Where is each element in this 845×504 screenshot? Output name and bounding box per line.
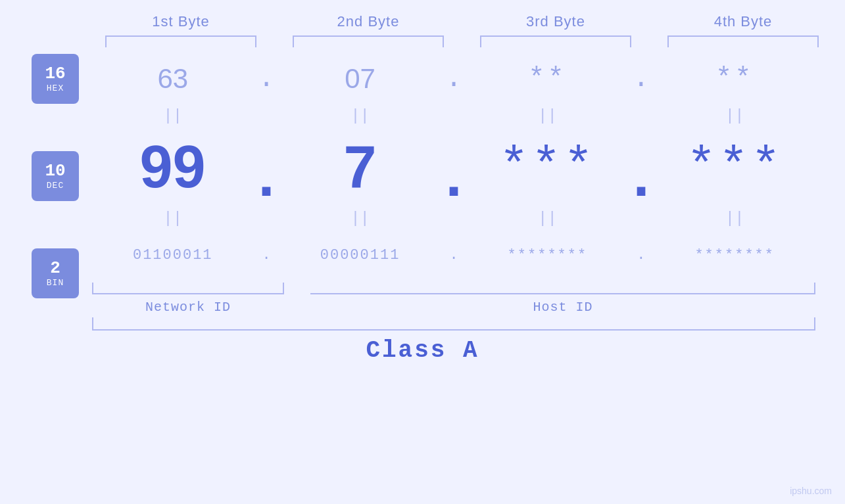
- hex-dot1: .: [254, 63, 279, 95]
- bin-b3-cell: ********: [467, 247, 629, 263]
- class-label: Class A: [0, 337, 845, 364]
- outer-bottom-bracket: [92, 317, 815, 331]
- dec-badge: 10 DEC: [32, 151, 79, 201]
- byte-headers-row: 1st Byte 2nd Byte 3rd Byte 4th Byte: [87, 13, 837, 30]
- bin-b2-cell: 00000111: [279, 247, 441, 263]
- bin-b3-value: ********: [508, 247, 588, 263]
- byte3-header: 3rd Byte: [470, 13, 641, 30]
- byte4-header: 4th Byte: [658, 13, 829, 30]
- hex-b2-value: 07: [345, 63, 375, 95]
- eq2-b3: ||: [467, 210, 629, 227]
- eq2-b4: ||: [654, 210, 815, 227]
- bracket-byte4: [667, 35, 819, 47]
- dec-b3-value: ***: [499, 139, 596, 195]
- hex-dot2: .: [441, 63, 466, 95]
- bin-row: 01100011 . 00000111 . ******** .: [92, 230, 815, 280]
- dec-b2-cell: 7: [279, 133, 441, 201]
- dec-dot3: .: [628, 124, 654, 210]
- dec-row: 99 . 7 . *** . ***: [92, 127, 815, 206]
- bin-dot1: .: [254, 247, 279, 263]
- network-id-label: Network ID: [92, 300, 284, 315]
- main-area: 16 HEX 10 DEC 2 BIN 63 .: [0, 54, 845, 331]
- top-brackets: [87, 35, 837, 47]
- main-container: 1st Byte 2nd Byte 3rd Byte 4th Byte 16 H…: [0, 0, 845, 504]
- dec-dot1: .: [253, 124, 279, 210]
- hex-b2-cell: 07: [279, 63, 441, 95]
- watermark: ipshu.com: [790, 486, 832, 496]
- bin-dot2: .: [441, 247, 466, 263]
- dec-b1-value: 99: [139, 133, 205, 201]
- eq2-b2: ||: [279, 210, 441, 227]
- dec-dot2: .: [441, 124, 467, 210]
- bin-b4-value: ********: [694, 247, 775, 263]
- network-bracket: [92, 283, 284, 294]
- bin-dot3: .: [628, 247, 654, 263]
- dec-b3-cell: ***: [467, 139, 628, 195]
- binary-bracket-row: [92, 283, 815, 296]
- eq2-b1: ||: [92, 210, 254, 227]
- bracket-byte2: [293, 35, 444, 47]
- hex-b4-cell: **: [654, 63, 815, 95]
- bin-b1-value: 01100011: [133, 247, 213, 263]
- hex-b1-cell: 63: [92, 63, 254, 95]
- host-id-label: Host ID: [310, 300, 815, 315]
- hex-badge: 16 HEX: [32, 54, 79, 104]
- class-value: Class A: [366, 337, 479, 364]
- network-host-labels: Network ID Host ID: [92, 300, 815, 315]
- bin-b4-cell: ********: [654, 247, 815, 263]
- hex-b1-value: 63: [157, 63, 188, 95]
- equals-row-2: || || || ||: [92, 206, 815, 230]
- eq1-b4: ||: [654, 107, 815, 125]
- byte2-header: 2nd Byte: [283, 13, 454, 30]
- dec-b4-value: ***: [687, 139, 783, 195]
- hex-b3-cell: **: [467, 63, 629, 95]
- dec-b2-value: 7: [343, 133, 376, 201]
- hex-b3-value: **: [528, 63, 566, 95]
- bin-b1-cell: 01100011: [92, 247, 254, 263]
- eq1-b1: ||: [92, 107, 254, 125]
- bin-badge: 2 BIN: [32, 248, 79, 298]
- values-grid: 63 . 07 . ** . **: [92, 54, 845, 331]
- dec-b1-cell: 99: [92, 133, 253, 201]
- eq1-b3: ||: [467, 107, 629, 125]
- dec-b4-cell: ***: [654, 139, 815, 195]
- byte1-header: 1st Byte: [95, 13, 266, 30]
- eq1-b2: ||: [279, 107, 441, 125]
- bracket-byte3: [480, 35, 631, 47]
- hex-dot3: .: [628, 63, 654, 95]
- hex-b4-value: **: [715, 63, 754, 95]
- bracket-byte1: [105, 35, 256, 47]
- base-labels: 16 HEX 10 DEC 2 BIN: [32, 54, 79, 298]
- bin-b2-value: 00000111: [320, 247, 400, 263]
- hex-row: 63 . 07 . ** . **: [92, 54, 815, 104]
- host-bracket: [310, 283, 815, 294]
